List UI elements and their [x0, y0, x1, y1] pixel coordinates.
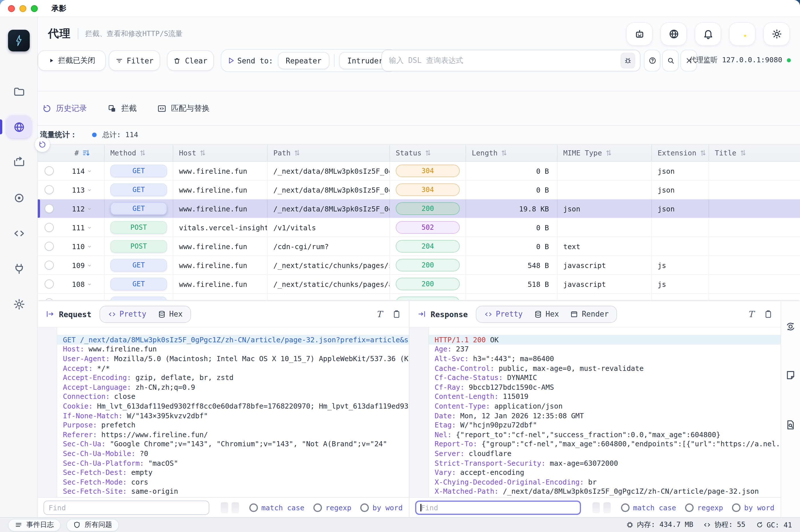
sort-icon[interactable]: [425, 149, 431, 156]
table-row[interactable]: 112GETwww.fireline.fun/_next/data/8MLw3p…: [38, 200, 800, 218]
sort-desc-icon[interactable]: [83, 149, 90, 156]
header-value: same-origin: [127, 487, 178, 496]
table-row[interactable]: 114GETwww.fireline.fun/_next/data/8MLw3p…: [38, 162, 800, 180]
table-row[interactable]: 111POSTvitals.vercel-insights/v1/vitals5…: [38, 218, 800, 237]
tab-intercept[interactable]: 拦截: [108, 103, 137, 113]
close-window-button[interactable]: [8, 5, 15, 12]
row-checkbox[interactable]: [44, 185, 53, 194]
language-flag-button[interactable]: ★: [729, 22, 756, 45]
send-to-repeater-button[interactable]: Repeater: [278, 52, 329, 69]
view-mode-pretty[interactable]: Pretty: [102, 306, 152, 322]
sidebar-item-settings[interactable]: [6, 292, 32, 316]
table-row[interactable]: 110POSTwww.fireline.fun/cdn-cgi/rum?2040…: [38, 237, 800, 256]
network-button[interactable]: [660, 22, 687, 45]
sort-icon[interactable]: [200, 149, 206, 156]
sidebar-item-repeater[interactable]: [6, 151, 32, 174]
chevron-down-icon[interactable]: [87, 281, 92, 287]
checkbox[interactable]: [314, 503, 322, 512]
event-log-button[interactable]: 事件日志: [8, 518, 61, 531]
checkbox[interactable]: [732, 503, 741, 512]
table-row[interactable]: 108GETwww.fireline.fun/_next/static/chun…: [38, 275, 800, 294]
chevron-down-icon[interactable]: [87, 225, 92, 230]
view-mode-pretty[interactable]: Pretty: [479, 306, 528, 322]
chevron-down-icon[interactable]: [87, 206, 92, 211]
chevron-down-icon[interactable]: [87, 263, 92, 268]
view-mode-hex[interactable]: Hex: [152, 306, 188, 322]
theme-toggle-button[interactable]: [763, 22, 790, 45]
document-search-icon[interactable]: [785, 419, 796, 430]
column-header-status[interactable]: Status: [390, 145, 466, 161]
column-header-#[interactable]: #: [60, 145, 105, 161]
table-row[interactable]: 109GETwww.fireline.fun/_next/static/chun…: [38, 256, 800, 275]
row-id: 110: [72, 242, 85, 251]
sidebar-item-plugins[interactable]: [6, 257, 32, 280]
column-header-path[interactable]: Path: [268, 145, 390, 161]
chevron-down-icon[interactable]: [87, 168, 92, 173]
find-option-match-case[interactable]: match case: [249, 503, 305, 512]
checkbox[interactable]: [621, 503, 630, 512]
sidebar-item-proxy[interactable]: [6, 115, 32, 138]
column-header-mime-type[interactable]: MIME Type: [558, 145, 652, 161]
column-header-title[interactable]: Title: [709, 145, 800, 161]
column-header-method[interactable]: Method: [105, 145, 173, 161]
sort-icon[interactable]: [140, 149, 146, 156]
row-checkbox[interactable]: [44, 204, 53, 213]
checkbox[interactable]: [685, 503, 694, 512]
refresh-badge[interactable]: [35, 137, 50, 152]
sort-icon[interactable]: [294, 149, 300, 156]
checkbox[interactable]: [249, 503, 258, 512]
sort-icon[interactable]: [740, 149, 746, 156]
intercept-toggle-button[interactable]: 拦截已关闭: [38, 50, 106, 71]
notifications-button[interactable]: [695, 22, 721, 45]
find-prev-button[interactable]: [593, 502, 600, 513]
response-find-input[interactable]: Find: [415, 500, 581, 515]
tab-match-replace[interactable]: 匹配与替换: [157, 103, 210, 113]
help-button[interactable]: [644, 50, 660, 72]
copy-icon[interactable]: [392, 310, 401, 318]
column-header-host[interactable]: Host: [173, 145, 268, 161]
sidebar-item-decoder[interactable]: [6, 222, 32, 245]
checkbox[interactable]: [361, 503, 369, 512]
copy-icon[interactable]: [764, 310, 772, 318]
dsl-search-input[interactable]: 输入 DSL 查询表达式: [381, 50, 640, 72]
sort-icon[interactable]: [605, 149, 612, 156]
note-icon[interactable]: [785, 370, 796, 381]
sort-icon[interactable]: [699, 149, 706, 156]
sidebar-item-intruder[interactable]: [6, 186, 32, 209]
sidebar-item-projects[interactable]: [6, 80, 32, 103]
text-format-icon[interactable]: T: [376, 309, 382, 319]
find-next-button[interactable]: [603, 502, 611, 513]
row-checkbox[interactable]: [44, 223, 53, 232]
view-mode-hex[interactable]: Hex: [528, 306, 565, 322]
text-format-icon[interactable]: T: [748, 309, 754, 319]
sync-icon[interactable]: [785, 321, 796, 332]
find-next-button[interactable]: [232, 502, 239, 513]
row-checkbox[interactable]: [44, 242, 53, 251]
chevron-down-icon[interactable]: [87, 187, 92, 192]
minimize-window-button[interactable]: [19, 5, 26, 12]
request-find-input[interactable]: Find: [43, 500, 209, 515]
find-option-by-word[interactable]: by word: [732, 503, 774, 512]
row-checkbox[interactable]: [44, 166, 53, 175]
find-prev-button[interactable]: [221, 502, 228, 513]
find-option-by-word[interactable]: by word: [361, 503, 403, 512]
row-checkbox[interactable]: [44, 280, 53, 289]
sort-icon[interactable]: [501, 149, 507, 156]
bug-icon[interactable]: [620, 53, 635, 69]
tab-history[interactable]: 历史记录: [42, 103, 87, 113]
find-option-regexp[interactable]: regexp: [314, 503, 351, 512]
chevron-down-icon[interactable]: [87, 244, 92, 249]
find-option-regexp[interactable]: regexp: [685, 503, 723, 512]
all-issues-button[interactable]: 所有问题: [66, 518, 119, 531]
filter-button[interactable]: Filter: [109, 50, 160, 71]
zoom-window-button[interactable]: [31, 5, 38, 12]
clear-button[interactable]: Clear: [167, 50, 214, 71]
view-mode-render[interactable]: Render: [565, 306, 615, 322]
row-checkbox[interactable]: [44, 261, 53, 270]
table-row[interactable]: 113GETwww.fireline.fun/_next/data/8MLw3p…: [38, 180, 800, 200]
column-header-extension[interactable]: Extension: [652, 145, 709, 161]
column-header-length[interactable]: Length: [466, 145, 558, 161]
assistant-button[interactable]: [626, 22, 653, 45]
search-button[interactable]: [662, 50, 679, 72]
find-option-match-case[interactable]: match case: [621, 503, 676, 512]
